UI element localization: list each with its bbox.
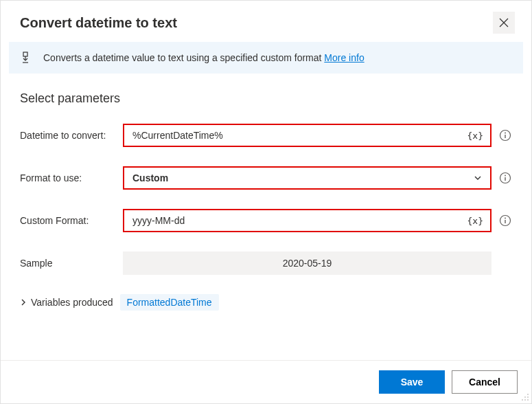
dropdown-format-value: Custom [132,172,168,183]
dialog-footer: Save Cancel [1,360,531,403]
resize-grip-icon[interactable] [521,393,529,401]
row-sample: Sample 2020-05-19 [20,251,512,275]
label-sample: Sample [20,258,123,269]
dialog-body: Select parameters Datetime to convert: %… [1,74,531,311]
svg-point-7 [505,175,506,177]
variables-produced-toggle[interactable]: Variables produced [20,297,113,308]
input-custom-format-value: yyyy-MM-dd [132,215,185,226]
svg-point-10 [505,218,506,219]
row-variables-produced: Variables produced FormattedDateTime [20,294,512,311]
svg-point-16 [524,399,526,401]
sample-output: 2020-05-19 [123,251,491,275]
label-custom-format: Custom Format: [20,215,123,226]
sample-value: 2020-05-19 [283,258,332,269]
variable-picker-icon[interactable]: {x} [467,131,483,141]
input-custom-format[interactable]: yyyy-MM-dd {x} [123,209,491,232]
row-format-to-use: Format to use: Custom [20,166,512,190]
label-format: Format to use: [20,172,123,183]
banner-text: Converts a datetime value to text using … [43,52,365,63]
svg-point-17 [527,399,529,401]
svg-point-4 [505,133,506,134]
svg-point-12 [527,394,529,395]
variables-produced-label: Variables produced [31,297,113,308]
variable-picker-icon[interactable]: {x} [467,216,483,226]
close-icon [499,18,509,27]
input-datetime-to-convert[interactable]: %CurrentDateTime% {x} [123,124,491,147]
banner-description: Converts a datetime value to text using … [43,52,321,63]
section-title: Select parameters [20,91,512,106]
chevron-down-icon [474,174,482,182]
svg-rect-0 [23,52,27,56]
variable-chip-formatteddatetime[interactable]: FormattedDateTime [120,294,219,311]
chevron-right-icon [20,299,27,306]
more-info-link[interactable]: More info [324,52,364,63]
dialog-title: Convert datetime to text [20,15,177,31]
svg-point-15 [522,399,523,401]
info-icon-format[interactable] [498,171,512,185]
info-icon-custom[interactable] [498,214,512,227]
row-datetime-to-convert: Datetime to convert: %CurrentDateTime% {… [20,124,512,147]
info-icon-datetime[interactable] [498,128,512,142]
dropdown-format-to-use[interactable]: Custom [123,166,491,190]
input-datetime-value: %CurrentDateTime% [132,130,223,141]
action-icon [21,52,34,64]
cancel-button[interactable]: Cancel [452,370,518,394]
svg-point-13 [524,396,526,398]
dialog-header: Convert datetime to text [1,1,531,42]
close-button[interactable] [493,12,515,34]
row-custom-format: Custom Format: yyyy-MM-dd {x} [20,209,512,232]
info-banner: Converts a datetime value to text using … [9,42,523,74]
svg-point-14 [527,396,529,398]
label-datetime: Datetime to convert: [20,130,123,141]
save-button[interactable]: Save [379,370,445,394]
